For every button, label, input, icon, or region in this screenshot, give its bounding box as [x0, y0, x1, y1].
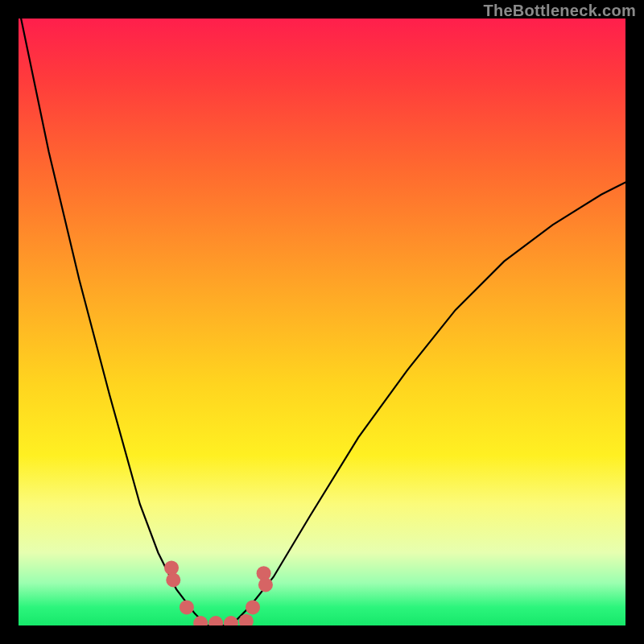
- marker-left-lower: [166, 573, 180, 588]
- bottleneck-curve: [19, 19, 625, 625]
- plot-area: [19, 19, 625, 625]
- marker-floor-a: [193, 616, 208, 625]
- marker-right-upper2: [258, 578, 273, 592]
- watermark-text: TheBottleneck.com: [483, 2, 636, 20]
- marker-left-floor: [180, 600, 194, 614]
- marker-floor-b: [208, 616, 223, 625]
- marker-right-floor: [246, 600, 260, 614]
- marker-floor-c: [224, 616, 238, 625]
- marker-left-upper: [164, 560, 179, 575]
- marker-group: [164, 560, 273, 625]
- chart-svg: [19, 19, 625, 625]
